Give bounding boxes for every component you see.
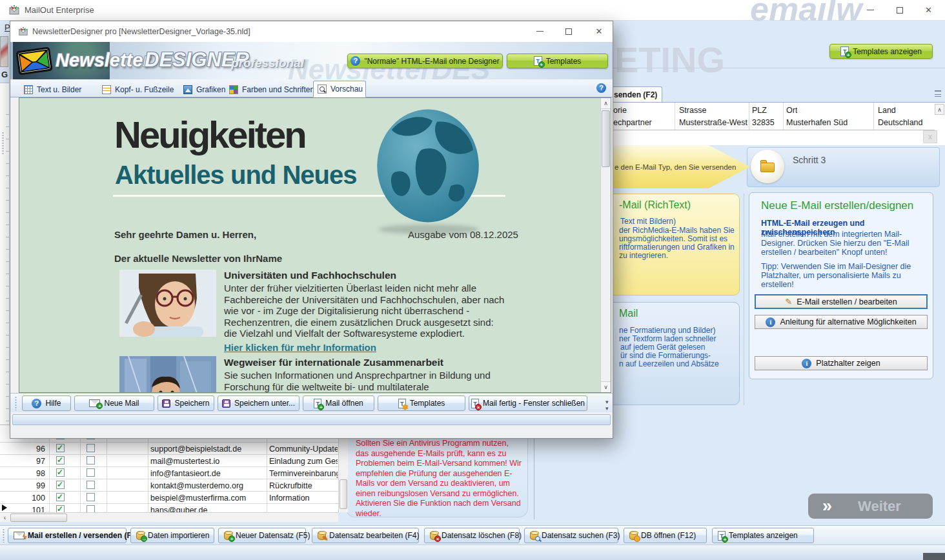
mail-erstellen-versenden-button[interactable]: ϟ Mail erstellen / versenden (F2) bbox=[8, 528, 127, 543]
dialog-minimize-button[interactable] bbox=[527, 21, 553, 41]
scroll-left-icon[interactable]: ‹ bbox=[0, 514, 10, 522]
main-close-button[interactable]: ✕ bbox=[914, 0, 943, 20]
grid-area: orie Strasse PLZ Ort Land echpartner Mus… bbox=[613, 102, 945, 145]
grid-cell-strasse: Musterstraße-West bbox=[679, 118, 747, 127]
template-doc-icon: T+ bbox=[718, 531, 726, 541]
grid-header-ort: Ort bbox=[786, 106, 797, 115]
panel-close-button[interactable]: x bbox=[923, 130, 937, 143]
tab-farben-schriften[interactable]: Farben und Schriften bbox=[225, 82, 318, 97]
scroll-down-icon[interactable]: ∨ bbox=[601, 381, 611, 392]
preview-scroll-thumb[interactable] bbox=[602, 110, 610, 167]
templates-anzeigen-button[interactable]: T+ Templates anzeigen bbox=[712, 528, 814, 543]
toolbar-overflow-chevron[interactable]: ▾▾ bbox=[605, 399, 609, 412]
arrow-banner-text: e den E-Mail Typ, den Sie versenden bbox=[615, 163, 736, 171]
grid-cell-plz: 32835 bbox=[752, 118, 775, 127]
dialog-header-banner: NewsletterDES Newsletter DESIGNER profes… bbox=[10, 42, 613, 79]
flag-checkbox[interactable] bbox=[86, 493, 95, 501]
speichern-button[interactable]: Speichern bbox=[158, 395, 214, 411]
textmail-panel: Mail ne Formatierung und Bilder) ner Tex… bbox=[605, 302, 740, 405]
template-doc-icon: T✱ bbox=[398, 399, 406, 408]
main-maximize-button[interactable] bbox=[885, 0, 914, 20]
folder-icon bbox=[760, 163, 775, 172]
neuer-datensatz-button[interactable]: + Neuer Datensatz (F5) bbox=[218, 528, 306, 543]
grid-cell-land: Deutschland bbox=[878, 118, 923, 127]
database-edit-icon: ✎ bbox=[318, 531, 326, 540]
subject-cell: Terminvereinbarung bbox=[269, 469, 338, 478]
daten-importieren-button[interactable]: → Daten importieren bbox=[130, 528, 214, 543]
send-checkbox[interactable] bbox=[56, 493, 65, 501]
flag-checkbox[interactable] bbox=[86, 444, 95, 452]
normale-html-email-button[interactable]: ? "Normale" HTML-E-Mail ohne Designer bbox=[347, 54, 503, 68]
db-oeffnen-button[interactable]: DB öffnen (F12) bbox=[624, 528, 707, 543]
open-mail-icon: T+ bbox=[314, 399, 321, 408]
h-scroll-thumb[interactable] bbox=[10, 514, 67, 522]
tab-help-icon[interactable]: ? bbox=[596, 83, 606, 93]
scroll-up-icon[interactable]: ∧ bbox=[601, 98, 611, 109]
preview-scrollbar[interactable]: ∧ ∨ bbox=[600, 98, 611, 392]
design-panel: Neue E-Mail erstellen/designen HTML-E-Ma… bbox=[749, 192, 933, 379]
v-scroll-thumb[interactable] bbox=[340, 479, 347, 509]
panel-divider bbox=[744, 194, 744, 405]
mail-icon: ϟ bbox=[14, 532, 25, 539]
design-panel-body2: Tipp: Verwenden Sie im Mail-Designer die… bbox=[761, 262, 930, 289]
templates-anzeigen-top-button[interactable]: T+ Templates anzeigen bbox=[829, 44, 933, 59]
chevron-double-icon: » bbox=[822, 497, 832, 515]
newsletter-designer-dialog: NewsletterDesigner pro [NewsletterDesign… bbox=[10, 21, 613, 439]
dialog-maximize-button[interactable] bbox=[556, 21, 582, 41]
flag-checkbox[interactable] bbox=[86, 481, 95, 489]
flag-checkbox[interactable] bbox=[86, 468, 95, 477]
newsletter-title: Neuigkeiten bbox=[114, 116, 305, 154]
dialog-status-bar bbox=[12, 414, 611, 425]
save-icon bbox=[162, 399, 170, 408]
dialog-templates-button[interactable]: T+ Templates bbox=[507, 54, 608, 68]
toolbar-overflow-icon[interactable] bbox=[935, 90, 941, 97]
info-icon: i bbox=[766, 317, 775, 327]
grid-cell-ansprechpartner: echpartner bbox=[613, 118, 652, 127]
step3-label: Schritt 3 bbox=[793, 155, 826, 165]
dialog-templates-toolbar-button[interactable]: T✱ Templates bbox=[378, 395, 465, 411]
datensatz-loeschen-button[interactable]: × Datensatz löschen (F8) bbox=[424, 528, 520, 543]
grid-cell-ort: Musterhafen Süd bbox=[786, 118, 848, 127]
preview-zoom-icon bbox=[318, 85, 327, 94]
tab-vorschau[interactable]: Vorschau bbox=[313, 81, 366, 97]
main-window-title: MailOut Enterprise bbox=[25, 5, 94, 15]
textmail-panel-title: Mail bbox=[619, 308, 638, 319]
info-icon: i bbox=[802, 359, 811, 368]
template-doc-icon: T+ bbox=[840, 46, 849, 56]
datensatz-bearbeiten-button[interactable]: ✎ Datensatz bearbeiten (F4) bbox=[312, 528, 419, 543]
table-h-scrollbar[interactable]: ‹ bbox=[0, 512, 338, 522]
neue-mail-button[interactable]: + Neue Mail bbox=[74, 395, 154, 411]
weiter-label: Weiter bbox=[858, 498, 901, 515]
image-icon bbox=[183, 85, 192, 94]
send-checkbox[interactable] bbox=[56, 468, 65, 477]
email-cell: info@fantasieort.de bbox=[150, 469, 265, 478]
grid-scroll-up-icon[interactable]: ∧ bbox=[935, 104, 944, 115]
newsletter-designer-logo-icon bbox=[15, 43, 53, 78]
mail-oeffnen-button[interactable]: T+ Mail öffnen bbox=[303, 395, 374, 411]
article1-link[interactable]: Hier klicken für mehr Information bbox=[224, 342, 506, 353]
send-checkbox[interactable] bbox=[56, 444, 65, 452]
flag-checkbox[interactable] bbox=[86, 456, 95, 465]
close-mail-icon: T× bbox=[471, 399, 479, 408]
dialog-toolbar: ? Hilfe + Neue Mail Speichern Speichern … bbox=[10, 393, 613, 412]
anleitung-button[interactable]: i Anleitung für alternative Möglichkeite… bbox=[755, 315, 928, 329]
platzhalter-zeigen-button[interactable]: i Platzhalter zeigen bbox=[755, 356, 928, 370]
dialog-bottom-area bbox=[10, 426, 613, 438]
dialog-close-button[interactable]: ✕ bbox=[586, 21, 612, 41]
app-icon bbox=[8, 5, 20, 16]
logo-text-newsletter: Newsletter bbox=[56, 50, 150, 71]
tab-kopf-fusszeile[interactable]: Kopf- u. Fußzeile bbox=[98, 82, 178, 97]
speichern-unter-button[interactable]: Speichern unter... bbox=[218, 395, 300, 411]
article1-body: Unter der früher vielzitierten Überlast … bbox=[224, 283, 506, 339]
mail-fertig-button[interactable]: T× Mail fertig - Fenster schließen bbox=[469, 395, 587, 411]
tab-text-u-bilder[interactable]: Text u. Bilder bbox=[20, 82, 85, 97]
send-checkbox[interactable] bbox=[56, 456, 65, 465]
weiter-button[interactable]: » Weiter bbox=[808, 494, 933, 519]
email-erstellen-bearbeiten-button[interactable]: ✎ E-Mail erstellen / bearbeiten bbox=[755, 294, 928, 309]
tab-grafiken[interactable]: Grafiken bbox=[179, 82, 229, 97]
send-checkbox[interactable] bbox=[56, 481, 65, 489]
hilfe-button[interactable]: ? Hilfe bbox=[22, 395, 71, 411]
resize-grip[interactable] bbox=[923, 553, 945, 560]
datensatz-suchen-button[interactable]: Datensatz suchen (F3) bbox=[524, 528, 618, 543]
design-panel-body1: Mail erstellen mit dem integrierten Mail… bbox=[761, 230, 930, 257]
